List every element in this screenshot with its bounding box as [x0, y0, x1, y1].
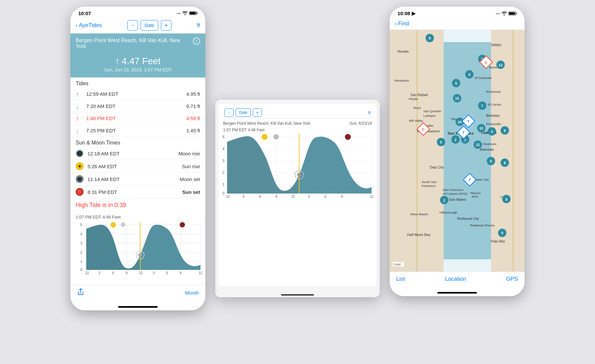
tablet-reading: 1:07 PM EDT 4.48 Feet	[222, 128, 373, 134]
svg-text:San Rafael: San Rafael	[410, 93, 428, 97]
svg-point-62	[273, 134, 279, 140]
gps-button[interactable]: GPS	[506, 276, 518, 282]
svg-text:Piedmont: Piedmont	[483, 142, 497, 146]
svg-text:Emeryville: Emeryville	[486, 122, 501, 126]
svg-text:Daly City: Daly City	[430, 165, 444, 169]
location-button[interactable]: Location	[445, 276, 466, 282]
tide-arrow-up: ↑	[115, 56, 120, 66]
time-right: 10:08 ▶	[398, 11, 416, 16]
svg-text:15: 15	[455, 96, 459, 100]
svg-text:1: 1	[464, 138, 466, 142]
tide-time-4: 7:25 PM EDT	[86, 128, 186, 133]
sun-moon-row: 🌑 12:18 AM EDT Moon rise	[70, 147, 205, 160]
tablet-home-indicator	[215, 289, 380, 297]
svg-text:3: 3	[80, 241, 82, 245]
chart-title: 1:07 PM EDT 4.48 Feet	[76, 215, 200, 220]
back-button-left[interactable]: ‹ AyeTides	[76, 22, 102, 29]
tablet-plus-btn[interactable]: +	[253, 108, 262, 117]
battery-icon	[189, 11, 197, 16]
home-bar	[118, 306, 158, 308]
svg-text:Redwood City: Redwood City	[457, 217, 479, 221]
tide-row: ↑ 1:46 PM EDT 4.56 ft	[70, 112, 205, 124]
svg-text:3: 3	[222, 159, 224, 163]
top-nav-right: ‹ Find	[390, 18, 525, 30]
svg-text:Woodacre: Woodacre	[394, 79, 409, 82]
date-button[interactable]: Date	[141, 20, 158, 31]
svg-text:12: 12	[85, 271, 89, 275]
signal-icon-right: ···	[496, 11, 500, 16]
find-back-button[interactable]: ‹ Find	[395, 20, 409, 27]
share-button[interactable]	[77, 288, 84, 297]
info-icon[interactable]: i	[193, 38, 200, 45]
svg-text:Mill Valley: Mill Valley	[409, 119, 423, 122]
minus-button[interactable]: -	[127, 20, 138, 31]
status-icons-right: ···	[496, 11, 517, 16]
month-button[interactable]: Month	[185, 290, 199, 296]
sunset-time: 8:31 PM EDT	[88, 189, 182, 195]
svg-text:San Francisco: San Francisco	[443, 188, 463, 192]
tablet-chart-svg: 5 4 3 2 1 0	[222, 134, 373, 199]
svg-text:Ross: Ross	[414, 106, 421, 110]
tide-ft-4: 1.45 ft	[186, 128, 200, 133]
svg-text:Larkspur: Larkspur	[423, 114, 436, 117]
svg-point-28	[138, 253, 142, 257]
sun-moon-row: 🔴 8:31 PM EDT Sun set	[70, 186, 205, 198]
tide-reading: ↑ 4.47 Feet Sun, Jun 23, 2019, 1:07 PM E…	[70, 53, 205, 77]
svg-text:Legal: Legal	[394, 263, 401, 266]
unit-label: ft	[197, 22, 200, 29]
tablet-date-text: Sun, 6/23/19	[349, 121, 372, 126]
svg-text:33: 33	[479, 126, 483, 130]
svg-text:4: 4	[222, 147, 224, 151]
svg-text:12: 12	[291, 195, 295, 198]
svg-text:Francisco: Francisco	[422, 184, 436, 188]
svg-text:Richmond: Richmond	[486, 90, 501, 93]
svg-text:Moss Beach: Moss Beach	[410, 212, 428, 216]
tablet-status-bar	[215, 100, 380, 104]
svg-text:2: 2	[80, 250, 82, 254]
sunset-label: Sun set	[182, 189, 200, 195]
moon-rise-time: 12:18 AM EDT	[88, 151, 178, 156]
list-button[interactable]: List	[396, 276, 405, 282]
tablet-content: - Date + ft Bergen Point West Reach, Kil…	[219, 104, 376, 286]
tide-time-2: 7:20 AM EDT	[86, 103, 186, 109]
high-tide-banner: High Tide is in 0:39	[70, 198, 205, 212]
svg-rect-77	[516, 13, 517, 14]
chevron-left-icon-right: ‹	[395, 20, 397, 27]
location-header: Bergen Point West Reach, Kill Van Kull, …	[70, 34, 205, 53]
svg-text:9: 9	[126, 271, 128, 275]
tide-chart-svg: 5 4 3 2 1 0	[80, 222, 202, 275]
app-title: AyeTides	[79, 22, 102, 29]
status-bar-left: 10:07 ···	[70, 7, 205, 17]
svg-text:Vallejo: Vallejo	[491, 43, 501, 47]
svg-text:8: 8	[505, 197, 507, 201]
svg-text:5: 5	[222, 135, 224, 139]
moon-set-time: 11:14 AM EDT	[88, 176, 180, 182]
tablet-minus-btn[interactable]: -	[224, 108, 234, 117]
svg-rect-76	[509, 12, 515, 14]
tablet-location-text: Bergen Point West Reach, Kill Van Kull, …	[223, 121, 310, 126]
sun-rise-icon: ☀	[76, 162, 84, 170]
tablet-date-btn[interactable]: Date	[236, 108, 251, 117]
tide-ft-1: 4.95 ft	[186, 91, 200, 97]
tide-down-icon-2: ↓	[76, 127, 82, 134]
svg-text:3: 3	[243, 195, 245, 198]
plus-button[interactable]: +	[161, 20, 171, 31]
map-container[interactable]: Novato Vallejo Woodacre San Rafael Larks…	[390, 30, 525, 272]
sun-moon-header: Sun & Moon Times	[70, 137, 205, 147]
svg-point-65	[345, 134, 351, 140]
svg-text:Alameda: Alameda	[480, 147, 494, 151]
sunset-icon: 🔴	[76, 188, 84, 196]
svg-text:6: 6	[259, 195, 261, 198]
svg-text:2: 2	[443, 198, 445, 202]
svg-text:7: 7	[481, 104, 483, 108]
svg-text:C: C	[485, 61, 487, 65]
tablet-ft-label: ft	[368, 110, 371, 115]
home-bar-right	[437, 292, 477, 294]
svg-point-64	[297, 173, 301, 177]
svg-point-61	[262, 134, 268, 140]
moon-rise-label: Moon rise	[178, 151, 200, 156]
svg-text:T: T	[462, 131, 465, 135]
tide-feet: 4.47 Feet	[122, 56, 161, 66]
svg-text:El Cerrito: El Cerrito	[488, 103, 501, 106]
svg-text:8: 8	[504, 129, 506, 133]
